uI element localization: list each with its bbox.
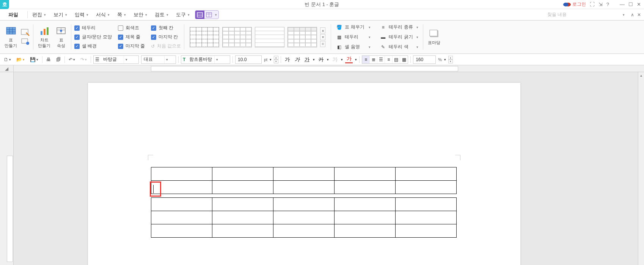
table-context-tab[interactable]: ▾ <box>195 10 219 19</box>
ribbon-collapse-icon[interactable]: ∧ <box>631 12 634 17</box>
shrink-icon[interactable]: ⇲ <box>598 2 603 7</box>
ls-down[interactable]: ▾ <box>448 60 453 63</box>
maximize-button[interactable]: ☐ <box>628 2 633 7</box>
scroll-up[interactable]: ▴ <box>638 72 644 78</box>
search-placeholder: 찾을 내용 <box>547 11 567 18</box>
login-button[interactable]: 로그인 <box>565 1 586 8</box>
size-up[interactable]: ▴ <box>274 56 278 60</box>
undo-button[interactable]: ↶▾ <box>67 56 77 63</box>
workspace: ▴ <box>0 72 644 265</box>
page <box>88 83 520 265</box>
save-button[interactable]: 💾▾ <box>28 56 40 63</box>
menu-bar: 파일 편집▾ 보기▾ 입력▾ 서식▾ 쪽▾ 보안▾ 검토▾ 도구▾ ▾ 찾을 내… <box>0 9 644 21</box>
font-size-combo[interactable]: 10.0 <box>235 55 262 64</box>
style-next[interactable]: ▾ <box>320 34 325 40</box>
bold-button[interactable]: 가 <box>283 56 291 63</box>
vertical-ruler[interactable] <box>0 72 14 265</box>
svg-rect-6 <box>6 27 16 34</box>
check-border[interactable]: ✓테두리 <box>74 24 112 32</box>
border-weight-option[interactable]: ▬테두리 굵기▾ <box>378 33 420 42</box>
align-left[interactable]: ≣ <box>370 56 377 63</box>
table-wizard-icon[interactable] <box>21 29 30 36</box>
preview-button[interactable]: 🗐 <box>55 56 62 63</box>
svg-rect-0 <box>197 13 203 17</box>
italic-button[interactable]: 가 <box>293 56 301 63</box>
window-title: 빈 문서 1 - 훈글 <box>305 1 339 8</box>
print-button[interactable]: 🖶 <box>45 56 52 63</box>
menu-file[interactable]: 파일 <box>0 9 27 20</box>
menu-security[interactable]: 보안▾ <box>130 9 151 20</box>
align-right[interactable]: ≡ <box>385 56 393 63</box>
open-button[interactable]: 📂▾ <box>15 56 26 63</box>
border-color-option[interactable]: ✎테두리 색▾ <box>378 43 420 52</box>
line-spacing-unit: % <box>438 57 442 62</box>
menu-view[interactable]: 보기▾ <box>50 9 71 20</box>
menu-input[interactable]: 입력▾ <box>71 9 92 20</box>
active-cell-highlight <box>150 181 161 197</box>
check-first-col[interactable]: ✓첫째 칸 <box>151 24 181 32</box>
table-props-small-icon[interactable] <box>21 38 30 46</box>
check-cell-bg[interactable]: ✓셀 배경 <box>74 42 112 50</box>
menu-tool[interactable]: 도구▾ <box>172 9 193 20</box>
table-style-3[interactable] <box>255 27 284 47</box>
table-props-button[interactable]: 표 속성 <box>54 25 68 49</box>
new-doc-button[interactable]: 🗋▾ <box>2 56 13 63</box>
table-style-1[interactable] <box>190 27 219 47</box>
table-style-2[interactable] <box>222 27 252 47</box>
vertical-scrollbar[interactable]: ▴ <box>638 72 644 265</box>
minimize-button[interactable]: — <box>620 2 625 7</box>
align-justify[interactable]: ≡ <box>362 56 370 63</box>
table-create-button[interactable]: 표 만들기 <box>3 25 19 49</box>
table-style-gallery[interactable]: ▴ ▾ ≡ <box>187 27 328 47</box>
menu-page[interactable]: 쪽▾ <box>113 9 130 20</box>
size-down[interactable]: ▾ <box>274 60 278 63</box>
search-box[interactable]: 찾을 내용 ▾ <box>544 9 628 20</box>
check-grayscale[interactable]: 회색조 <box>118 24 145 32</box>
check-header-row[interactable]: ✓제목 줄 <box>118 33 145 41</box>
style-combo[interactable]: ☰바탕글▾ <box>93 55 139 64</box>
document-table-1[interactable] <box>151 167 457 238</box>
margin-mark-tr <box>455 155 460 160</box>
horizontal-ruler[interactable] <box>14 65 644 72</box>
border-type-option[interactable]: ≡테두리 종류▾ <box>378 23 420 32</box>
outline-button[interactable]: 가 <box>331 56 339 63</box>
align-dist2[interactable]: ▦ <box>400 56 408 63</box>
underline-button[interactable]: 가 <box>303 56 311 63</box>
font-combo[interactable]: T함초롬바탕▾ <box>181 55 230 64</box>
fullscreen-icon[interactable]: ⛶ <box>590 2 595 7</box>
table-style-4[interactable] <box>287 27 317 47</box>
table-template-button[interactable]: 표마당 <box>426 28 442 46</box>
ls-up[interactable]: ▴ <box>448 56 453 60</box>
login-label: 로그인 <box>572 1 586 8</box>
chart-create-button[interactable]: 차트 만들기 <box>36 25 52 49</box>
fill-option[interactable]: 🪣표 채우기▾ <box>334 23 372 32</box>
menu-format[interactable]: 서식▾ <box>92 9 113 20</box>
strike-button[interactable]: 가 <box>317 56 325 63</box>
ribbon-close-icon[interactable]: ✕ <box>637 12 641 17</box>
format-toolbar: 🗋▾ 📂▾ 💾▾ 🖶 🗐 ↶▾ ↷▾ ☰바탕글▾ 대표▾ T함초롬바탕▾ 10.… <box>0 54 644 65</box>
close-button[interactable]: ✕ <box>637 2 641 7</box>
margin-mark-tl <box>148 155 153 160</box>
border-option[interactable]: ▦테두리▾ <box>334 33 372 42</box>
check-last-row[interactable]: ✓마지막 줄 <box>118 42 145 50</box>
svg-rect-22 <box>430 30 437 36</box>
document-canvas[interactable] <box>14 72 644 265</box>
table-tab-dropdown[interactable]: ▾ <box>214 13 218 17</box>
app-icon: 호 <box>0 0 9 9</box>
rep-combo[interactable]: 대표▾ <box>141 55 176 64</box>
style-prev[interactable]: ▴ <box>320 27 325 33</box>
table-tab-icon <box>195 11 204 19</box>
check-char-para[interactable]: ✓글자/문단 모양 <box>74 33 112 41</box>
style-more[interactable]: ≡ <box>320 41 325 47</box>
check-last-col[interactable]: ✓마지막 칸 <box>151 33 181 41</box>
align-dist[interactable]: ▤ <box>393 56 400 63</box>
redo-button[interactable]: ↷▾ <box>79 56 88 63</box>
menu-review[interactable]: 검토▾ <box>151 9 172 20</box>
svg-point-20 <box>60 30 62 32</box>
shading-option[interactable]: ◧셀 음영▾ <box>334 43 372 52</box>
font-color-button[interactable]: 가 <box>345 56 353 63</box>
help-icon[interactable]: ? <box>606 2 609 7</box>
align-center[interactable]: ☰ <box>377 56 385 63</box>
menu-edit[interactable]: 편집▾ <box>28 9 50 20</box>
line-spacing-combo[interactable]: 160 <box>413 55 436 64</box>
